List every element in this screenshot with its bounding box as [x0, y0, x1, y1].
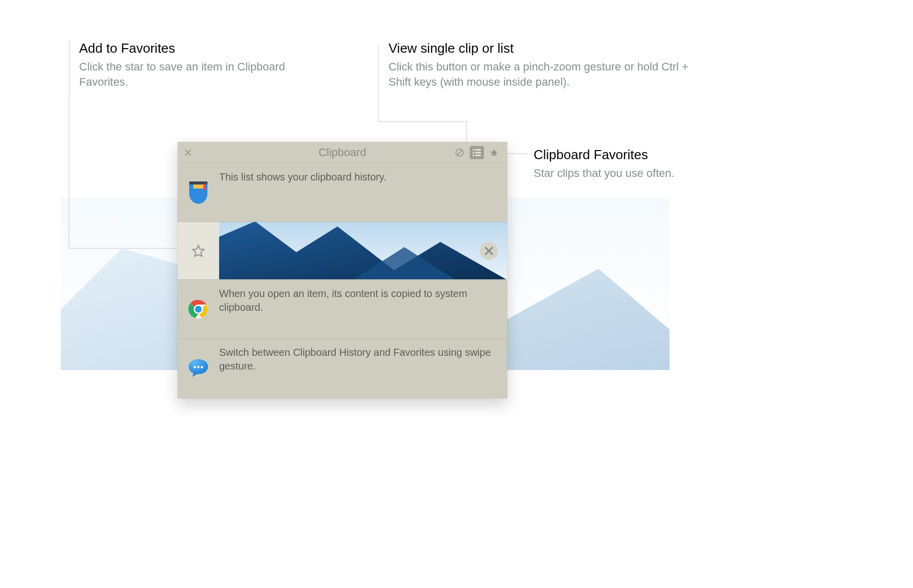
clip-row[interactable]: When you open an item, its content is co… [178, 280, 507, 339]
view-mode-toggle-button[interactable] [470, 146, 484, 159]
callout-view-mode: View single clip or list Click this butt… [389, 41, 703, 89]
list-icon [472, 149, 481, 157]
callout-clipboard-favorites: Clipboard Favorites Star clips that you … [534, 147, 686, 181]
callout-body: Click the star to save an item in Clipbo… [79, 59, 292, 89]
svg-point-21 [194, 366, 196, 369]
callout-title: View single clip or list [389, 41, 703, 56]
clip-text: This list shows your clipboard history. [219, 163, 507, 191]
callout-add-to-favorites: Add to Favorites Click the star to save … [79, 41, 292, 89]
svg-line-4 [458, 150, 462, 155]
svg-point-23 [201, 366, 203, 369]
no-entry-icon [455, 148, 464, 157]
svg-rect-6 [475, 149, 481, 151]
panel-header: Clipboard [178, 142, 507, 163]
clip-text: When you open an item, its content is co… [219, 280, 507, 321]
svg-rect-8 [475, 152, 481, 153]
callout-divider [69, 41, 69, 95]
clip-image-preview [219, 222, 507, 279]
row-app-icon [178, 280, 219, 338]
svg-rect-12 [193, 182, 203, 185]
delete-clip-button[interactable] [480, 242, 498, 260]
close-panel-button[interactable] [184, 148, 193, 157]
svg-rect-13 [204, 183, 205, 191]
star-outline-icon [191, 243, 206, 259]
row-app-icon [178, 163, 219, 222]
favorites-tab-button[interactable] [487, 146, 501, 159]
clip-row[interactable]: Switch between Clipboard History and Fav… [178, 339, 507, 397]
clip-row[interactable]: This list shows your clipboard history. [178, 163, 507, 222]
svg-rect-10 [475, 155, 481, 156]
star-icon [489, 148, 499, 157]
callout-title: Add to Favorites [79, 41, 292, 56]
row-app-icon [178, 339, 219, 397]
svg-rect-5 [473, 149, 474, 151]
pocket-icon [188, 181, 208, 204]
messages-icon [188, 358, 209, 378]
clipboard-panel: Clipboard [178, 142, 507, 398]
svg-rect-9 [473, 155, 474, 156]
clip-text: Switch between Clipboard History and Fav… [219, 339, 507, 380]
add-to-favorites-button[interactable] [191, 243, 206, 259]
callout-title: Clipboard Favorites [534, 147, 686, 163]
clear-history-button[interactable] [452, 146, 467, 159]
clip-row-selected[interactable] [178, 222, 507, 280]
close-icon [185, 150, 191, 156]
close-icon [485, 247, 493, 255]
callout-body: Star clips that you use often. [534, 166, 686, 181]
chrome-icon [188, 299, 208, 319]
callout-body: Click this button or make a pinch-zoom g… [389, 59, 703, 89]
svg-point-22 [197, 366, 200, 369]
svg-point-19 [195, 306, 201, 312]
svg-rect-7 [473, 152, 474, 153]
